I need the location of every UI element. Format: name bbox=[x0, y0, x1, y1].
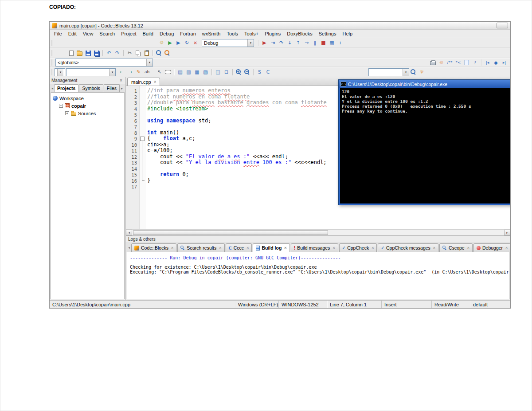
log-tab-build-log[interactable]: Build log× bbox=[253, 243, 289, 252]
menu-settings[interactable]: Settings bbox=[316, 30, 340, 37]
management-tab-projects[interactable]: Projects bbox=[54, 84, 78, 92]
menu-tools[interactable]: Tools bbox=[223, 30, 241, 37]
next-line-icon[interactable]: ↷ bbox=[278, 39, 285, 47]
expand-icon[interactable]: + bbox=[65, 111, 69, 115]
menu-build[interactable]: Build bbox=[139, 30, 156, 37]
scroll-left-icon[interactable]: ◂ bbox=[126, 230, 132, 235]
replace-icon[interactable] bbox=[164, 49, 171, 57]
tab-close-icon[interactable]: × bbox=[219, 246, 221, 250]
management-tab-files[interactable]: Files bbox=[104, 84, 120, 92]
highlight-occurrences-icon[interactable]: ab bbox=[143, 68, 151, 76]
tab-close-icon[interactable]: × bbox=[433, 246, 435, 250]
log-tab-cccc[interactable]: CCccc× bbox=[226, 243, 252, 252]
incremental-search-input[interactable]: ▾ bbox=[368, 68, 409, 76]
doxy-line-comment-icon[interactable]: *< bbox=[454, 59, 462, 67]
doxy-run-html-icon[interactable] bbox=[463, 59, 470, 67]
doxy-config-icon[interactable]: ☼ bbox=[438, 59, 445, 67]
browse-set-marker-icon[interactable]: ◆ bbox=[492, 59, 500, 67]
zoom-out-icon[interactable] bbox=[243, 68, 251, 76]
close-icon[interactable]: × bbox=[118, 78, 124, 83]
chevron-down-icon[interactable]: ▾ bbox=[403, 69, 409, 76]
menu-edit[interactable]: Edit bbox=[65, 30, 80, 37]
incremental-search-options-icon[interactable]: ☼ bbox=[418, 68, 426, 76]
menu-fortran[interactable]: Fortran bbox=[177, 30, 199, 37]
selection-rect-icon[interactable] bbox=[164, 68, 172, 76]
copy-icon[interactable] bbox=[134, 49, 142, 57]
scope-select[interactable]: <globals> ▾ bbox=[55, 59, 153, 67]
browse-back-icon[interactable]: |◂ bbox=[484, 59, 491, 67]
log-tab-cppcheck[interactable]: ✓CppCheck× bbox=[339, 243, 377, 252]
step-out-icon[interactable]: ↑ bbox=[294, 39, 302, 47]
various-info-icon[interactable]: i bbox=[336, 39, 344, 47]
cut-icon[interactable]: ✂ bbox=[126, 49, 133, 57]
redo-icon[interactable]: ↷ bbox=[113, 49, 121, 57]
split-view-icon[interactable]: ◫ bbox=[214, 68, 222, 76]
tab-close-icon[interactable]: × bbox=[372, 246, 374, 250]
scroll-right-icon[interactable]: ▸ bbox=[504, 230, 510, 235]
run-to-cursor-icon[interactable]: ⇥ bbox=[269, 39, 277, 47]
menu-search[interactable]: Search bbox=[96, 30, 118, 37]
debug-continue-icon[interactable]: ▶ bbox=[261, 39, 268, 47]
tab-scroll-left-icon[interactable]: ◂ bbox=[127, 246, 131, 252]
menu-file[interactable]: File bbox=[51, 30, 65, 37]
tab-scroll-left-icon[interactable]: ◂ bbox=[51, 86, 54, 92]
editor-tab-main-cpp[interactable]: main.cpp × bbox=[127, 78, 160, 86]
unsplit-view-icon[interactable]: ⊟ bbox=[223, 68, 230, 76]
tab-close-icon[interactable]: × bbox=[171, 246, 173, 250]
log-tab-cppcheck-messages[interactable]: ✓CppCheck messages× bbox=[378, 243, 438, 252]
menu-plugins[interactable]: Plugins bbox=[262, 30, 284, 37]
pane-layout-mixed-icon[interactable]: ▧ bbox=[202, 68, 209, 76]
tree-item-copair[interactable]: −copair bbox=[52, 102, 123, 110]
doxy-extract-docs-icon[interactable] bbox=[429, 59, 437, 67]
next-instruction-icon[interactable]: → bbox=[303, 39, 310, 47]
build-log-output[interactable]: -------------- Run: Debug in copair (com… bbox=[127, 252, 509, 299]
doxy-whats-this-icon[interactable]: ? bbox=[471, 59, 479, 67]
undo-icon[interactable]: ↶ bbox=[105, 49, 113, 57]
window-titlebar[interactable]: main.cpp [copair] - Code::Blocks 13.12 bbox=[50, 22, 510, 30]
toolbar-grip[interactable] bbox=[51, 50, 53, 56]
toolbar-grip[interactable] bbox=[51, 40, 53, 46]
goto-forward-icon[interactable]: → bbox=[126, 68, 134, 76]
tab-close-icon[interactable]: × bbox=[505, 246, 508, 250]
scrollbar-thumb[interactable] bbox=[133, 230, 328, 235]
debugging-windows-icon[interactable]: ▦ bbox=[328, 39, 336, 47]
collapse-icon[interactable]: − bbox=[59, 104, 63, 108]
menu-debug[interactable]: Debug bbox=[156, 30, 177, 37]
chevron-down-icon[interactable]: ▾ bbox=[247, 39, 254, 47]
incremental-search-button[interactable] bbox=[410, 68, 417, 76]
find-icon[interactable] bbox=[155, 49, 163, 57]
management-tab-symbols[interactable]: Symbols bbox=[79, 84, 103, 92]
log-tab-search-results[interactable]: Search results× bbox=[177, 243, 224, 252]
browse-forward-icon[interactable]: ▸| bbox=[501, 59, 508, 67]
build-target-select[interactable]: Debug ▾ bbox=[202, 39, 254, 47]
stop-debugger-icon[interactable]: ■ bbox=[320, 39, 327, 47]
log-tab-cscope[interactable]: Cscope× bbox=[439, 243, 473, 252]
tab-close-icon[interactable]: × bbox=[154, 79, 156, 84]
step-into-icon[interactable]: ↓ bbox=[286, 39, 293, 47]
function-scope-select[interactable]: ▾ bbox=[66, 68, 116, 76]
menu-help[interactable]: Help bbox=[339, 30, 356, 37]
break-debugger-icon[interactable]: ‖ bbox=[311, 39, 319, 47]
chevron-down-icon[interactable]: ▾ bbox=[57, 69, 63, 76]
window-control-button[interactable] bbox=[497, 23, 508, 28]
console-output[interactable]: 120El valor de a es :120Y el la division… bbox=[340, 88, 510, 204]
tab-close-icon[interactable]: × bbox=[332, 246, 335, 250]
pane-layout-cols-icon[interactable]: ▥ bbox=[185, 68, 192, 76]
menu-wxsmith[interactable]: wxSmith bbox=[199, 30, 224, 37]
new-file-icon[interactable] bbox=[67, 49, 75, 57]
chevron-down-icon[interactable]: ▾ bbox=[109, 69, 115, 76]
log-tab-debugger[interactable]: Debugger× bbox=[473, 243, 510, 252]
menu-tools[interactable]: Tools+ bbox=[241, 30, 262, 37]
tab-close-icon[interactable]: × bbox=[284, 246, 286, 250]
symbol-filter-select[interactable]: ▾ bbox=[55, 68, 65, 76]
doxy-block-comment-icon[interactable]: /** bbox=[446, 59, 454, 67]
tree-item-workspace[interactable]: Workspace bbox=[52, 94, 123, 102]
menu-project[interactable]: Project bbox=[118, 30, 139, 37]
tree-item-sources[interactable]: +Sources bbox=[52, 110, 123, 117]
console-titlebar[interactable]: C:\ C:\Users\1\Desktop\copair\bin\Debug\… bbox=[339, 80, 511, 88]
pane-layout-rows-icon[interactable]: ▤ bbox=[176, 68, 184, 76]
cscope-symbol-icon[interactable]: S bbox=[256, 68, 263, 76]
rebuild-icon[interactable]: ↻ bbox=[183, 39, 191, 47]
save-icon[interactable] bbox=[84, 49, 92, 57]
toolbar-grip[interactable] bbox=[51, 59, 53, 66]
